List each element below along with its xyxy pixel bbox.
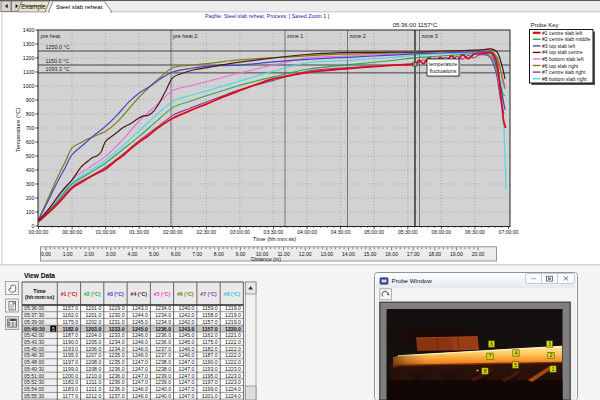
- svg-text:02:30:00: 02:30:00: [196, 229, 216, 235]
- svg-text:temperature: temperature: [429, 61, 458, 67]
- svg-text:05:30:00: 05:30:00: [398, 229, 418, 235]
- svg-text:1219.0: 1219.0: [225, 312, 241, 318]
- svg-text:1204.0: 1204.0: [85, 332, 101, 338]
- svg-text:1150.0 °C: 1150.0 °C: [46, 58, 70, 64]
- svg-text:1236.0: 1236.0: [109, 379, 125, 385]
- svg-text:1237.0: 1237.0: [155, 352, 171, 358]
- svg-text:1247.0: 1247.0: [179, 359, 195, 365]
- svg-text:8: 8: [484, 369, 487, 374]
- svg-text:1223.0: 1223.0: [225, 373, 241, 379]
- svg-text:#7 (°C): #7 (°C): [200, 291, 217, 297]
- svg-text:1203.0: 1203.0: [85, 326, 101, 332]
- svg-text:02:00:00: 02:00:00: [163, 229, 183, 235]
- svg-text:05:46:30: 05:46:30: [24, 352, 44, 358]
- svg-text:300: 300: [26, 181, 35, 187]
- svg-text:1246.0: 1246.0: [132, 393, 148, 399]
- svg-text:7.00: 7.00: [192, 251, 202, 257]
- svg-text:1: 1: [552, 367, 555, 372]
- svg-text:5.00: 5.00: [149, 251, 159, 257]
- svg-text:4: 4: [515, 351, 518, 356]
- svg-text:#2 (°C): #2 (°C): [84, 291, 101, 297]
- svg-text:1247.0: 1247.0: [179, 393, 195, 399]
- svg-text:1223.0: 1223.0: [225, 366, 241, 372]
- svg-text:1162.0: 1162.0: [63, 312, 79, 318]
- svg-text:1240.0: 1240.0: [155, 386, 171, 392]
- svg-text:16.00: 16.00: [385, 251, 398, 257]
- svg-text:1201.0: 1201.0: [85, 305, 101, 311]
- svg-text:1222.0: 1222.0: [225, 339, 241, 345]
- svg-text:1222.0: 1222.0: [225, 359, 241, 365]
- svg-text:1219.0: 1219.0: [225, 305, 241, 311]
- svg-text:1162.0: 1162.0: [202, 332, 218, 338]
- svg-text:3: 3: [548, 342, 551, 347]
- svg-text:1233.0: 1233.0: [109, 326, 125, 332]
- svg-text:1158.0: 1158.0: [202, 312, 218, 318]
- svg-text:1197.0: 1197.0: [202, 379, 218, 385]
- svg-text:pre heat 2: pre heat 2: [173, 33, 197, 39]
- svg-text:#5 bottom slab left: #5 bottom slab left: [542, 56, 584, 62]
- svg-text:1242.0: 1242.0: [179, 319, 195, 325]
- svg-text:1247.0: 1247.0: [132, 359, 148, 365]
- svg-text:6: 6: [490, 342, 493, 347]
- svg-text:1175.0: 1175.0: [63, 319, 79, 325]
- svg-text:1229.0: 1229.0: [109, 305, 125, 311]
- svg-text:1235.0: 1235.0: [109, 359, 125, 365]
- svg-text:01:30:00: 01:30:00: [129, 229, 149, 235]
- svg-text:1300: 1300: [23, 41, 35, 47]
- svg-text:#6 (°C): #6 (°C): [177, 291, 194, 297]
- svg-text:03:30:00: 03:30:00: [264, 229, 284, 235]
- svg-text:1247.0: 1247.0: [179, 386, 195, 392]
- svg-text:1247.0: 1247.0: [179, 379, 195, 385]
- svg-text:05:54:00: 05:54:00: [24, 386, 44, 392]
- svg-text:zone 3: zone 3: [422, 33, 438, 39]
- svg-text:1236.0: 1236.0: [109, 366, 125, 372]
- svg-text:1246.0: 1246.0: [132, 332, 148, 338]
- svg-text:5: 5: [52, 326, 55, 332]
- svg-text:1243.0: 1243.0: [132, 305, 148, 311]
- svg-text:1199.0: 1199.0: [202, 386, 218, 392]
- svg-text:Paqfile: Steel slab reheat, Pr: Paqfile: Steel slab reheat, Process: [ S…: [205, 13, 330, 19]
- svg-text:15.00: 15.00: [364, 251, 377, 257]
- svg-text:1000: 1000: [23, 83, 35, 89]
- svg-text:1246.0: 1246.0: [132, 346, 148, 352]
- svg-text:1236.0: 1236.0: [109, 373, 125, 379]
- svg-text:05:43:30: 05:43:30: [24, 339, 44, 345]
- svg-text:05:51:00: 05:51:00: [24, 373, 44, 379]
- svg-text:1240.0: 1240.0: [155, 393, 171, 399]
- svg-text:18.00: 18.00: [428, 251, 441, 257]
- svg-text:05:42:00: 05:42:00: [24, 332, 44, 338]
- svg-text:1199.0: 1199.0: [63, 366, 79, 372]
- svg-text:zone 2: zone 2: [350, 33, 366, 39]
- svg-text:1157.0: 1157.0: [202, 319, 218, 325]
- svg-text:0.00: 0.00: [41, 251, 51, 257]
- svg-text:05:55:30: 05:55:30: [24, 393, 44, 399]
- svg-text:400: 400: [26, 167, 35, 173]
- svg-text:05:52:30: 05:52:30: [24, 379, 44, 385]
- svg-text:1247.0: 1247.0: [132, 379, 148, 385]
- svg-text:05:48:00: 05:48:00: [24, 359, 44, 365]
- svg-text:Temperature (°C): Temperature (°C): [15, 108, 21, 153]
- svg-text:1247.0: 1247.0: [132, 373, 148, 379]
- svg-text:1247.0: 1247.0: [179, 366, 195, 372]
- svg-text:1182.0: 1182.0: [63, 326, 79, 332]
- svg-text:1195.0: 1195.0: [202, 373, 218, 379]
- svg-text:1250.0 °C: 1250.0 °C: [46, 44, 70, 50]
- svg-text:1182.0: 1182.0: [63, 379, 79, 385]
- svg-text:05:00:00: 05:00:00: [364, 229, 384, 235]
- svg-text:#5 (°C): #5 (°C): [154, 291, 171, 297]
- svg-text:1236.0: 1236.0: [155, 326, 171, 332]
- svg-text:1157.0: 1157.0: [202, 326, 218, 332]
- svg-text:1237.0: 1237.0: [109, 393, 125, 399]
- svg-text:1238.0: 1238.0: [155, 359, 171, 365]
- svg-text:1239.0: 1239.0: [155, 379, 171, 385]
- svg-text:1200: 1200: [23, 55, 35, 61]
- svg-text:19.00: 19.00: [450, 251, 463, 257]
- svg-text:(hh:mm:ss): (hh:mm:ss): [25, 294, 55, 300]
- svg-text:00:00:00: 00:00:00: [29, 229, 49, 235]
- svg-text:1159.0: 1159.0: [202, 305, 218, 311]
- svg-text:1175.0: 1175.0: [202, 339, 218, 345]
- svg-text:12.00: 12.00: [299, 251, 312, 257]
- svg-text:1237.0: 1237.0: [155, 346, 171, 352]
- svg-text:1197.0: 1197.0: [63, 359, 79, 365]
- svg-text:#6 top slab right: #6 top slab right: [542, 63, 579, 69]
